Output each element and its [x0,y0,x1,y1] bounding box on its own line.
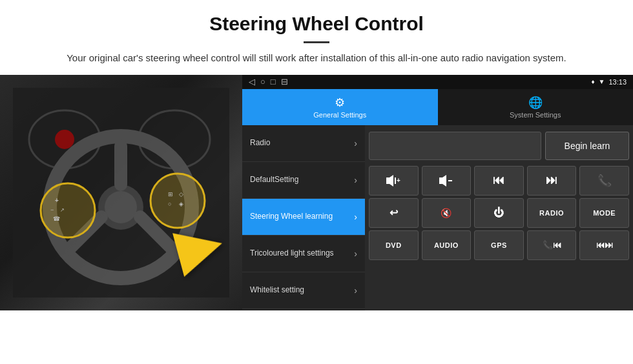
location-icon: ♦ [591,78,594,85]
begin-learn-row: Begin learn [369,129,629,163]
car-image-panel: + − ↗ ☎ ⊞ ◇ ○ ◈ [0,75,242,310]
tab-system[interactable]: 🌐 System Settings [438,89,634,125]
empty-display-box [369,132,541,160]
svg-text:◇: ◇ [179,191,183,197]
gps-button[interactable]: GPS [474,230,524,260]
svg-text:+: + [55,197,59,204]
recents-icon[interactable]: □ [271,77,276,86]
mute-button[interactable]: 🔇 [422,198,472,228]
svg-marker-20 [386,175,393,187]
back-icon[interactable]: ◁ [249,77,255,86]
nav-icons: ◁ ○ □ ⊟ [249,77,288,86]
wifi-icon: ▼ [599,78,605,85]
svg-text:−: − [50,207,54,213]
status-indicators: ♦ ▼ 13:13 [591,78,627,86]
svg-text:◈: ◈ [179,201,183,207]
menu-list: Radio › DefaultSetting › Steering Wheel … [242,125,365,310]
answer-call-button[interactable]: ↩ [369,198,419,228]
clock: 13:13 [608,78,627,86]
page-title: Steering Wheel Control [39,13,594,35]
menu-item-steering[interactable]: Steering Wheel learning › [242,199,365,236]
globe-icon: 🌐 [528,96,543,110]
svg-point-10 [41,183,95,238]
svg-text:↗: ↗ [60,207,65,213]
tab-general[interactable]: ⚙ General Settings [242,89,438,125]
phone-prev-button[interactable]: 📞⏮ [527,230,577,260]
svg-point-3 [55,130,74,149]
chevron-icon: › [354,248,357,259]
tab-general-label: General Settings [313,111,366,119]
phone-button[interactable]: 📞 [579,166,629,196]
menu-item-tricolour[interactable]: Tricoloured light settings › [242,236,365,272]
radio-button[interactable]: RADIO [527,198,577,228]
header-section: Steering Wheel Control Your original car… [0,0,633,75]
controls-row-3: DVD AUDIO GPS 📞⏮ ⏮⏭ [369,230,629,260]
main-panel: Radio › DefaultSetting › Steering Wheel … [242,125,633,310]
chevron-icon: › [354,175,357,185]
menu-item-radio[interactable]: Radio › [242,125,365,162]
volume-down-button[interactable] [422,166,472,196]
title-divider [304,41,329,43]
menu-item-default[interactable]: DefaultSetting › [242,162,365,199]
tabs-row: ⚙ General Settings 🌐 System Settings [242,89,633,125]
controls-row-1: + ⏮ ⏭ 📞 [369,166,629,196]
menu-icon[interactable]: ⊟ [281,77,288,86]
content-area: + − ↗ ☎ ⊞ ◇ ○ ◈ ◁ ○ □ ⊟ ♦ ▼ 13:13 [0,75,633,310]
svg-point-11 [150,174,205,228]
begin-learn-button[interactable]: Begin learn [545,132,629,160]
chevron-icon: › [354,285,357,296]
svg-text:○: ○ [168,201,171,207]
chevron-icon: › [354,138,357,148]
mode-button[interactable]: MODE [579,198,629,228]
svg-text:⊞: ⊞ [168,191,173,197]
dvd-button[interactable]: DVD [369,230,419,260]
controls-panel: Begin learn + ⏮ ⏭ 📞 ↩ 🔇 [365,125,633,310]
chevron-icon: › [354,212,357,222]
subtitle-text: Your original car's steering wheel contr… [39,51,594,66]
prev-next-button[interactable]: ⏮⏭ [579,230,629,260]
status-bar: ◁ ○ □ ⊟ ♦ ▼ 13:13 [242,75,633,89]
controls-row-2: ↩ 🔇 ⏻ RADIO MODE [369,198,629,228]
tab-system-label: System Settings [510,111,561,119]
svg-text:+: + [397,177,400,184]
svg-point-6 [105,191,137,223]
audio-button[interactable]: AUDIO [422,230,472,260]
prev-track-button[interactable]: ⏮ [474,166,524,196]
menu-item-whitelist[interactable]: Whitelist setting › [242,272,365,309]
svg-marker-23 [439,175,446,187]
svg-text:☎: ☎ [53,216,60,222]
power-button[interactable]: ⏻ [474,198,524,228]
volume-up-button[interactable]: + [369,166,419,196]
next-track-button[interactable]: ⏭ [527,166,577,196]
android-panel: ◁ ○ □ ⊟ ♦ ▼ 13:13 ⚙ General Settings 🌐 S… [242,75,633,310]
home-icon[interactable]: ○ [260,77,265,86]
gear-icon: ⚙ [335,96,345,110]
